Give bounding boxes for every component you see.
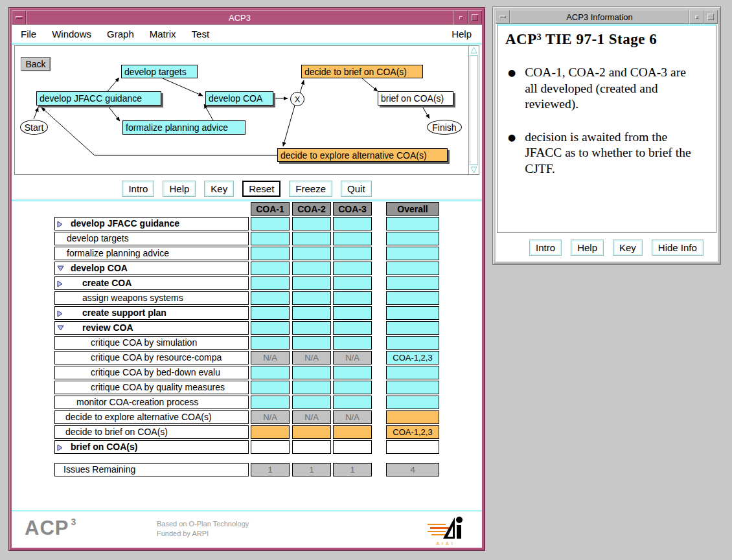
matrix-cell-coa2[interactable]	[292, 396, 331, 409]
graph-node-decide-to-brief[interactable]: decide to brief on COA(s)	[301, 65, 423, 78]
help-button[interactable]: Help	[163, 181, 196, 197]
matrix-cell-coa3[interactable]	[333, 262, 372, 275]
key-button[interactable]: Key	[613, 240, 643, 256]
matrix-cell-overall[interactable]	[386, 336, 439, 350]
menu-file[interactable]: File	[21, 28, 36, 39]
matrix-cell-coa3[interactable]	[333, 366, 372, 379]
matrix-cell-coa3[interactable]	[333, 336, 372, 350]
graph-node-formalize-planning-advice[interactable]: formalize planning advice	[122, 120, 246, 135]
matrix-cell-coa1[interactable]	[251, 336, 290, 350]
matrix-cell-coa2[interactable]	[292, 440, 331, 454]
expand-triangle-icon[interactable]	[57, 280, 63, 288]
minimize-button[interactable]	[453, 10, 468, 25]
matrix-cell-overall[interactable]	[386, 366, 439, 379]
matrix-cell-coa3[interactable]	[333, 425, 372, 439]
task-label[interactable]: create COA	[54, 276, 249, 290]
quit-button[interactable]: Quit	[341, 181, 372, 197]
matrix-cell-coa3[interactable]: N/A	[333, 410, 372, 424]
minimize-button[interactable]	[689, 10, 703, 24]
matrix-cell-coa2[interactable]	[292, 276, 331, 290]
matrix-cell-coa2[interactable]	[292, 262, 331, 275]
maximize-button[interactable]	[703, 10, 718, 24]
matrix-cell-coa2[interactable]	[292, 425, 331, 439]
graph-node-develop-targets[interactable]: develop targets	[121, 65, 198, 78]
intro-button[interactable]: Intro	[529, 240, 562, 256]
matrix-cell-coa1[interactable]	[251, 366, 290, 379]
matrix-cell-coa2[interactable]	[292, 232, 331, 245]
matrix-cell-coa1[interactable]	[251, 440, 290, 454]
main-titlebar[interactable]: ACP3	[12, 10, 482, 25]
matrix-cell-coa3[interactable]	[333, 321, 372, 335]
window-menu-button[interactable]	[12, 10, 26, 25]
matrix-cell-coa2[interactable]	[292, 381, 331, 394]
menu-help[interactable]: Help	[452, 28, 472, 39]
reset-button[interactable]: Reset	[242, 181, 280, 197]
matrix-cell-overall[interactable]	[386, 440, 439, 454]
expand-triangle-icon[interactable]	[57, 310, 63, 318]
menu-test[interactable]: Test	[192, 28, 210, 39]
matrix-cell-overall[interactable]	[386, 276, 439, 290]
hide-info-button[interactable]: Hide Info	[652, 240, 703, 256]
graph-node-develop-jfacc-guidance[interactable]: develop JFACC guidance	[36, 91, 161, 106]
task-label[interactable]: brief on COA(s)	[54, 440, 249, 454]
graph-node-develop-coa[interactable]: develop COA	[205, 91, 273, 106]
graph-node-start[interactable]: Start	[20, 120, 48, 135]
graph-node-finish[interactable]: Finish	[427, 120, 462, 135]
menu-graph[interactable]: Graph	[107, 28, 134, 39]
matrix-cell-overall[interactable]	[386, 321, 439, 335]
matrix-cell-overall[interactable]	[386, 217, 439, 230]
task-label[interactable]: develop COA	[54, 262, 249, 275]
matrix-cell-overall[interactable]	[386, 396, 439, 409]
matrix-cell-coa1[interactable]: N/A	[251, 351, 290, 364]
matrix-cell-coa2[interactable]	[292, 217, 331, 230]
matrix-cell-coa2[interactable]: 1	[292, 463, 331, 476]
scroll-down-icon[interactable]	[470, 166, 478, 174]
matrix-cell-coa1[interactable]	[251, 217, 290, 230]
menu-windows[interactable]: Windows	[52, 28, 91, 39]
matrix-cell-overall[interactable]	[386, 247, 439, 260]
matrix-cell-coa3[interactable]	[333, 381, 372, 394]
intro-button[interactable]: Intro	[122, 181, 154, 197]
freeze-button[interactable]: Freeze	[289, 181, 332, 197]
collapse-triangle-icon[interactable]	[57, 265, 65, 272]
matrix-cell-coa3[interactable]	[333, 440, 372, 454]
expand-triangle-icon[interactable]	[57, 444, 63, 452]
matrix-cell-coa1[interactable]: 1	[251, 463, 290, 476]
matrix-cell-coa1[interactable]	[251, 291, 290, 305]
matrix-cell-coa2[interactable]: N/A	[292, 351, 331, 364]
matrix-cell-coa1[interactable]	[251, 247, 290, 260]
matrix-cell-coa1[interactable]	[251, 262, 290, 275]
scroll-up-icon[interactable]	[470, 46, 478, 54]
graph-scrollbar[interactable]	[468, 46, 479, 174]
info-titlebar[interactable]: ACP3 Information	[496, 10, 718, 24]
matrix-cell-coa3[interactable]	[333, 232, 372, 245]
window-menu-button[interactable]	[496, 10, 510, 24]
matrix-cell-overall[interactable]	[386, 262, 439, 275]
matrix-cell-overall[interactable]	[386, 232, 439, 245]
key-button[interactable]: Key	[204, 181, 234, 197]
help-button[interactable]: Help	[571, 240, 604, 256]
back-button[interactable]: Back	[21, 57, 51, 71]
matrix-cell-coa2[interactable]	[292, 321, 331, 335]
matrix-cell-overall[interactable]	[386, 410, 439, 424]
matrix-cell-coa1[interactable]	[251, 381, 290, 394]
scroll-thumb[interactable]	[470, 55, 478, 165]
matrix-cell-coa1[interactable]	[251, 232, 290, 245]
matrix-cell-coa2[interactable]: N/A	[292, 410, 331, 424]
matrix-cell-overall[interactable]: 4	[386, 463, 439, 476]
matrix-cell-overall[interactable]: COA-1,2,3	[386, 425, 439, 439]
matrix-cell-coa1[interactable]	[251, 425, 290, 439]
matrix-cell-coa3[interactable]	[333, 396, 372, 409]
matrix-cell-coa3[interactable]	[333, 247, 372, 260]
matrix-cell-coa3[interactable]	[333, 217, 372, 230]
matrix-cell-coa1[interactable]	[251, 276, 290, 290]
matrix-cell-coa2[interactable]	[292, 336, 331, 350]
matrix-cell-coa3[interactable]	[333, 306, 372, 320]
matrix-cell-coa3[interactable]	[333, 291, 372, 305]
matrix-cell-coa2[interactable]	[292, 366, 331, 379]
collapse-triangle-icon[interactable]	[57, 325, 65, 331]
matrix-cell-coa3[interactable]	[333, 276, 372, 290]
task-label[interactable]: create support plan	[54, 306, 249, 320]
matrix-cell-overall[interactable]: COA-1,2,3	[386, 351, 439, 364]
expand-triangle-icon[interactable]	[57, 221, 63, 229]
